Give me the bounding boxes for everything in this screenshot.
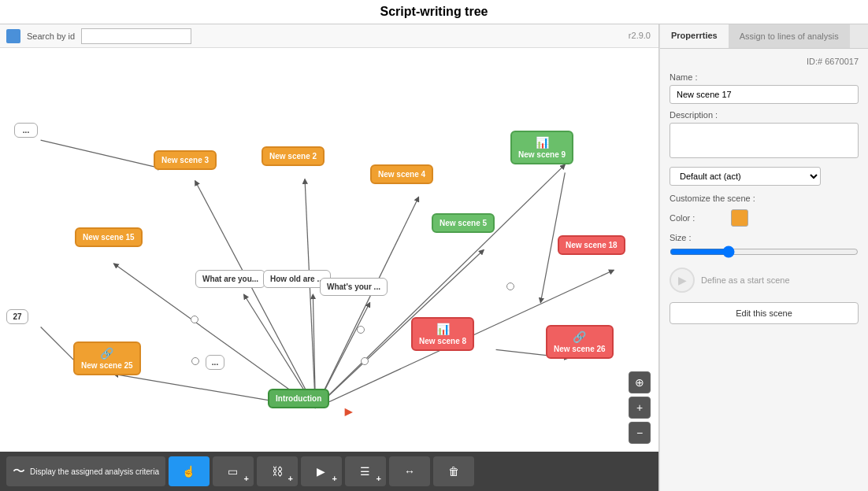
toolbar-list-btn[interactable]: ☰ +: [345, 456, 386, 486]
connector-3: [357, 326, 365, 334]
size-label: Size :: [670, 233, 859, 242]
canvas-wrapper: ... New scene 3 New scene 2 📊 New scene …: [0, 48, 658, 452]
display-criteria-label: Display the assigned analysis criteria: [30, 467, 159, 476]
panel-tabs: Properrties Assign to lines of analysis: [660, 24, 868, 49]
color-swatch[interactable]: [731, 209, 748, 227]
node-scene5[interactable]: New scene 5: [432, 213, 495, 233]
scene9-icon: 📊: [518, 136, 566, 149]
svg-line-1: [195, 181, 316, 408]
display-criteria-btn[interactable]: 〜 Display the assigned analysis criteria: [6, 456, 165, 486]
node-scene3[interactable]: New scene 3: [154, 150, 217, 170]
app-container: Script-writing tree Search by id r2.9.0: [0, 0, 868, 491]
link-plus: +: [288, 474, 293, 483]
connector-1: [191, 316, 198, 323]
canvas-area: Search by id r2.9.0: [0, 24, 659, 491]
map-center-btn[interactable]: ⊕: [629, 371, 651, 393]
map-zoom-in-btn[interactable]: +: [629, 397, 651, 419]
node-scene18[interactable]: New scene 18: [558, 235, 625, 255]
node-scene8[interactable]: 📊 New scene 8: [411, 317, 474, 351]
customize-label: Customize the scene :: [670, 194, 859, 203]
delete-icon: 🗑: [448, 465, 459, 478]
description-label: Description :: [670, 110, 859, 120]
toolbar-delete-btn[interactable]: 🗑: [433, 456, 474, 486]
size-slider[interactable]: [670, 246, 859, 258]
bottom-toolbar: 〜 Display the assigned analysis criteria…: [0, 452, 658, 491]
node-27[interactable]: 27: [6, 309, 28, 324]
name-label: Name :: [670, 72, 859, 82]
name-input[interactable]: [670, 85, 859, 104]
node-scene4[interactable]: New scene 4: [370, 164, 433, 184]
act-select[interactable]: Default act (act): [670, 167, 821, 186]
toolbar-scene-btn[interactable]: ▭ +: [213, 456, 254, 486]
criteria-icon: 〜: [13, 463, 25, 480]
node-scene2[interactable]: New scene 2: [262, 146, 325, 166]
right-panel: Properrties Assign to lines of analysis …: [659, 24, 868, 491]
toolbar-link-btn[interactable]: ⛓ +: [257, 456, 298, 486]
version-label: r2.9.0: [629, 31, 651, 40]
scene-plus: +: [244, 474, 249, 483]
svg-line-2: [305, 179, 315, 408]
app-title: Script-writing tree: [380, 5, 488, 18]
cursor-icon: ☝: [182, 465, 195, 478]
map-controls: ⊕ + −: [629, 371, 651, 444]
play-icon-circle: ▶: [670, 268, 695, 293]
node-introduction[interactable]: Introduction: [268, 389, 329, 408]
description-textarea[interactable]: [670, 123, 859, 158]
search-input[interactable]: [81, 28, 191, 44]
toolbar-cursor-btn[interactable]: ☝: [169, 456, 210, 486]
scene25-icon: 🔗: [81, 347, 133, 360]
color-row: Color :: [670, 209, 859, 227]
map-zoom-out-btn[interactable]: −: [629, 422, 651, 444]
node-question1[interactable]: What are you...: [195, 270, 265, 288]
id-value: 6670017: [825, 57, 859, 66]
blue-indicator: [6, 29, 20, 43]
panel-content: ID:# 6670017 Name : Description : Defaul…: [660, 49, 868, 491]
node-ellipsis-1[interactable]: ...: [14, 123, 38, 138]
color-label: Color :: [670, 213, 725, 223]
node-scene9[interactable]: 📊 New scene 9: [510, 131, 573, 164]
tab-assign[interactable]: Assign to lines of analysis: [729, 24, 850, 48]
main-area: Search by id r2.9.0: [0, 24, 868, 491]
title-bar: Script-writing tree: [0, 0, 868, 24]
list-plus: +: [377, 474, 381, 483]
toolbar-connect-btn[interactable]: ↔: [389, 456, 430, 486]
connect-icon: ↔: [404, 465, 415, 478]
connector-2: [506, 282, 514, 290]
svg-marker-16: [345, 408, 353, 416]
link-add-icon: ⛓: [272, 465, 283, 478]
id-label: ID:#: [807, 57, 822, 66]
node-ellipsis-2[interactable]: ...: [206, 355, 224, 370]
connector-4: [361, 357, 369, 365]
start-scene-text: Define as a start scene: [701, 275, 790, 285]
scene8-icon: 📊: [419, 323, 466, 335]
search-label: Search by id: [27, 31, 75, 41]
toolbar-media-btn[interactable]: ▶ +: [301, 456, 342, 486]
canvas-toolbar: Search by id r2.9.0: [0, 24, 658, 48]
svg-line-3: [315, 197, 418, 408]
media-add-icon: ▶: [317, 465, 325, 478]
id-row: ID:# 6670017: [670, 57, 859, 66]
node-scene25[interactable]: 🔗 New scene 25: [73, 341, 141, 375]
start-scene-row: ▶ Define as a start scene: [670, 268, 859, 293]
svg-line-15: [41, 140, 163, 168]
edit-scene-btn[interactable]: Edit this scene: [670, 302, 859, 324]
media-plus: +: [332, 474, 337, 483]
list-add-icon: ☰: [360, 465, 370, 478]
node-question3[interactable]: What's your ...: [320, 278, 388, 296]
node-scene15[interactable]: New scene 15: [75, 227, 143, 247]
connector-5: [191, 357, 199, 365]
node-scene26[interactable]: 🔗 New scene 26: [546, 325, 614, 359]
tab-properties[interactable]: Properrties: [660, 24, 729, 48]
scene-add-icon: ▭: [228, 465, 238, 478]
scene26-icon: 🔗: [554, 330, 606, 343]
